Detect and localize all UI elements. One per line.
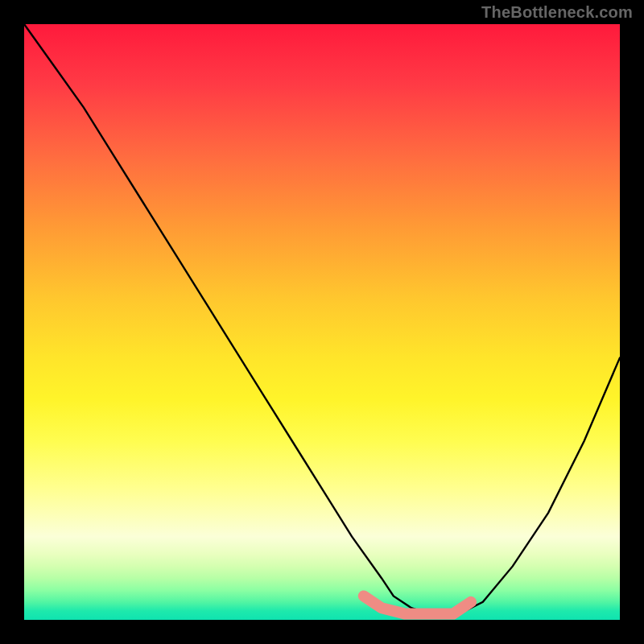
watermark-text: TheBottleneck.com	[481, 3, 633, 22]
curve-line	[24, 24, 620, 614]
plot-area	[24, 24, 620, 620]
chart-frame: TheBottleneck.com	[0, 0, 644, 644]
highlight-line	[364, 596, 471, 613]
chart-svg	[24, 24, 620, 620]
